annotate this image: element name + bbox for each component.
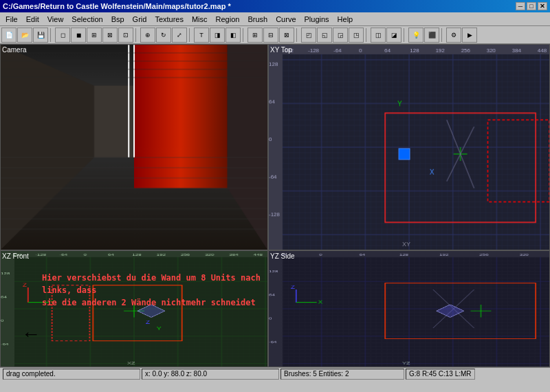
- maximize-button[interactable]: □: [527, 2, 536, 10]
- toolbar-separator: [50, 28, 53, 42]
- viewport-side[interactable]: YZ Side: [268, 250, 550, 367]
- toolbar-btn-brush1[interactable]: ◰: [301, 28, 316, 43]
- status-brushes: Brushes: 5 Entities: 2: [280, 369, 404, 380]
- toolbar-btn-sel3[interactable]: ⊞: [87, 28, 102, 43]
- toolbar-btn-save[interactable]: 💾: [33, 28, 48, 43]
- toolbar-btn-cam2[interactable]: ◪: [386, 28, 402, 43]
- viewport-3d[interactable]: Camera: [0, 44, 268, 250]
- viewport-front[interactable]: XZ Front Hier verschiebst du die Wand um…: [0, 250, 268, 367]
- toolbar-btn-move[interactable]: ⊕: [140, 28, 155, 43]
- menu-item-textures[interactable]: Textures: [151, 13, 188, 25]
- menu-item-grid[interactable]: Grid: [129, 13, 151, 25]
- minimize-button[interactable]: ─: [516, 2, 525, 10]
- toolbar-btn-grid1[interactable]: ⊞: [248, 28, 263, 43]
- menu-item-edit[interactable]: Edit: [22, 13, 43, 25]
- toolbar-btn-entity[interactable]: ⬛: [424, 28, 439, 43]
- toolbar-btn-brush3[interactable]: ◲: [333, 28, 348, 43]
- toolbar-btn-new[interactable]: 📄: [1, 28, 16, 43]
- titlebar: C:/Games/Return to Castle Wolfenstein/Ma…: [0, 0, 550, 12]
- viewport-top[interactable]: XY Top: [268, 44, 550, 250]
- toolbar-btn-tex3[interactable]: ◧: [226, 28, 241, 43]
- status-coords: x: 0.0 y: 88.0 z: 80.0: [142, 369, 279, 380]
- toolbar-btn-grid2[interactable]: ⊟: [263, 28, 278, 43]
- toolbar-btn-sel2[interactable]: ◼: [71, 28, 86, 43]
- toolbar-btn-compile[interactable]: ⚙: [446, 28, 461, 43]
- titlebar-controls: ─ □ ✕: [516, 2, 547, 10]
- menu-item-view[interactable]: View: [43, 13, 68, 25]
- menu-item-curve[interactable]: Curve: [272, 13, 300, 25]
- menu-item-selection[interactable]: Selection: [67, 13, 107, 25]
- toolbar-btn-scale[interactable]: ⤢: [172, 28, 187, 43]
- toolbar-btn-rotate[interactable]: ↻: [156, 28, 171, 43]
- toolbar-separator: [135, 28, 138, 42]
- toolbar-btn-brush2[interactable]: ◱: [317, 28, 332, 43]
- status-grid: G:8 R:45 C:13 L:MR: [406, 369, 475, 380]
- menu-item-brush[interactable]: Brush: [243, 13, 272, 25]
- toolbar-btn-sel1[interactable]: ◻: [55, 28, 70, 43]
- toolbar-btn-grid3[interactable]: ⊠: [279, 28, 294, 43]
- toolbar-separator: [441, 28, 444, 42]
- toolbar-btn-sel4[interactable]: ⊠: [102, 28, 118, 43]
- menu-item-file[interactable]: File: [1, 13, 22, 25]
- toolbar-btn-tex2[interactable]: ◨: [210, 28, 225, 43]
- close-button[interactable]: ✕: [538, 2, 547, 10]
- toolbar-btn-open[interactable]: 📂: [17, 28, 32, 43]
- toolbar-separator: [404, 28, 406, 42]
- menu-item-help[interactable]: Help: [333, 13, 358, 25]
- menu-item-misc[interactable]: Misc: [188, 13, 212, 25]
- menu-item-plugins[interactable]: Plugins: [300, 13, 333, 25]
- menubar: FileEditViewSelectionBspGridTexturesMisc…: [0, 12, 550, 26]
- toolbar-separator: [243, 28, 245, 42]
- toolbar-btn-brush4[interactable]: ◳: [349, 28, 364, 43]
- toolbar-btn-run[interactable]: ▶: [462, 28, 477, 43]
- toolbar-btn-light[interactable]: 💡: [408, 28, 424, 43]
- toolbar-separator: [189, 28, 192, 42]
- toolbar: 📄📂💾◻◼⊞⊠⊡⊕↻⤢T◨◧⊞⊟⊠◰◱◲◳◫◪💡⬛⚙▶: [0, 26, 550, 44]
- status-message: drag completed.: [3, 369, 140, 380]
- toolbar-separator: [366, 28, 368, 42]
- statusbar: drag completed. x: 0.0 y: 88.0 z: 80.0 B…: [0, 367, 550, 380]
- toolbar-separator: [296, 28, 299, 42]
- window-title: C:/Games/Return to Castle Wolfenstein/Ma…: [3, 2, 231, 10]
- toolbar-btn-cam1[interactable]: ◫: [371, 28, 386, 43]
- menu-item-region[interactable]: Region: [212, 13, 244, 25]
- menu-item-bsp[interactable]: Bsp: [107, 13, 129, 25]
- main-area: Camera XY Top XZ Front Hier verschiebst …: [0, 44, 550, 367]
- toolbar-btn-tex1[interactable]: T: [194, 28, 209, 43]
- toolbar-btn-sel5[interactable]: ⊡: [118, 28, 133, 43]
